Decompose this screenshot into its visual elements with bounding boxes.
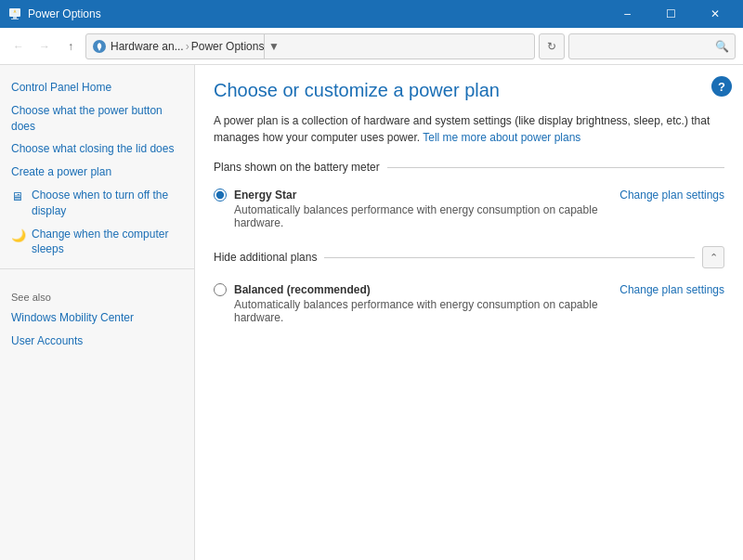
search-box[interactable]: 🔍 [568, 33, 736, 59]
hide-section-label: Hide additional plans [214, 251, 317, 264]
minimize-button[interactable]: – [606, 0, 648, 28]
app-icon [7, 7, 22, 21]
plan-item-left: Energy Star Automatically balances perfo… [214, 189, 619, 229]
learn-more-link[interactable]: Tell me more about power plans [423, 131, 580, 144]
sidebar-item-control-panel-home[interactable]: Control Panel Home [0, 76, 194, 99]
plan-item-energy-star: Energy Star Automatically balances perfo… [214, 183, 724, 235]
sidebar-item-label: Choose what the power button does [11, 103, 183, 135]
sidebar-item-mobility-center[interactable]: Windows Mobility Center [0, 306, 194, 330]
sidebar-item-label: User Accounts [11, 333, 83, 349]
plan-item-left-balanced: Balanced (recommended) Automatically bal… [214, 283, 619, 324]
balanced-radio[interactable] [214, 283, 227, 296]
location-icon [92, 39, 107, 54]
balanced-name: Balanced (recommended) [234, 283, 371, 296]
maximize-button[interactable]: ☐ [650, 0, 692, 28]
sidebar-item-label: Change when the computer sleeps [32, 227, 183, 258]
svg-rect-1 [13, 17, 17, 19]
close-button[interactable]: ✕ [694, 0, 736, 28]
address-dropdown-button[interactable]: ▼ [264, 33, 282, 59]
address-bar: ← → ↑ Hardware an... › Power Options ▼ ↻… [0, 28, 743, 65]
sidebar-item-computer-sleeps[interactable]: 🌙 Change when the computer sleeps [0, 223, 194, 262]
divider-line [387, 167, 724, 168]
refresh-button[interactable]: ↻ [539, 33, 565, 59]
plan-radio-row-balanced: Balanced (recommended) [214, 283, 619, 296]
sleep-icon: 🌙 [11, 228, 26, 244]
collapse-button[interactable]: ⌃ [702, 246, 724, 268]
hide-additional-plans-section: Hide additional plans ⌃ [214, 246, 724, 268]
sidebar-item-label: Create a power plan [11, 164, 111, 180]
up-button[interactable]: ↑ [59, 35, 82, 58]
breadcrumb-separator: › [186, 40, 189, 53]
main-layout: Control Panel Home Choose what the power… [0, 65, 743, 560]
sidebar-item-label: Control Panel Home [11, 80, 111, 96]
sidebar-item-user-accounts[interactable]: User Accounts [0, 330, 194, 353]
sidebar-item-closing-lid[interactable]: Choose what closing the lid does [0, 137, 194, 161]
search-icon: 🔍 [715, 40, 729, 53]
plans-section-label: Plans shown on the battery meter [214, 161, 380, 174]
sidebar: Control Panel Home Choose what the power… [0, 65, 195, 560]
help-button[interactable]: ? [711, 76, 732, 97]
sidebar-item-label: Choose what closing the lid does [11, 141, 174, 157]
display-icon: 🖥 [11, 189, 26, 205]
sidebar-item-create-plan[interactable]: Create a power plan [0, 161, 194, 184]
forward-button[interactable]: → [33, 35, 56, 58]
plans-section-divider: Plans shown on the battery meter [214, 161, 724, 174]
balanced-change-link[interactable]: Change plan settings [619, 283, 724, 296]
page-title: Choose or customize a power plan [214, 80, 724, 101]
description-text: A power plan is a collection of hardware… [214, 112, 724, 146]
back-button[interactable]: ← [7, 35, 30, 58]
address-path[interactable]: Hardware an... › Power Options ▼ [85, 33, 535, 59]
energy-star-radio[interactable] [214, 189, 227, 202]
sidebar-item-power-button[interactable]: Choose what the power button does [0, 99, 194, 138]
energy-star-change-link[interactable]: Change plan settings [619, 189, 724, 202]
sidebar-item-label: Choose when to turn off the display [32, 188, 183, 219]
sidebar-item-turn-off-display[interactable]: 🖥 Choose when to turn off the display [0, 184, 194, 223]
title-bar: Power Options – ☐ ✕ [0, 0, 743, 28]
energy-star-name: Energy Star [234, 189, 296, 202]
balanced-description: Automatically balances performance with … [234, 298, 619, 324]
hide-divider-line [324, 257, 695, 258]
sidebar-divider [0, 268, 194, 269]
breadcrumb-current: Power Options [191, 40, 265, 53]
energy-star-description: Automatically balances performance with … [234, 203, 619, 229]
see-also-label: See also [0, 277, 194, 306]
svg-rect-2 [11, 19, 19, 20]
window-title: Power Options [28, 7, 606, 20]
window-controls: – ☐ ✕ [606, 0, 736, 28]
content-area: ? Choose or customize a power plan A pow… [195, 65, 743, 560]
plan-radio-row: Energy Star [214, 189, 619, 202]
plan-item-balanced: Balanced (recommended) Automatically bal… [214, 278, 724, 330]
sidebar-item-label: Windows Mobility Center [11, 310, 134, 326]
breadcrumb-root: Hardware an... [111, 40, 184, 53]
